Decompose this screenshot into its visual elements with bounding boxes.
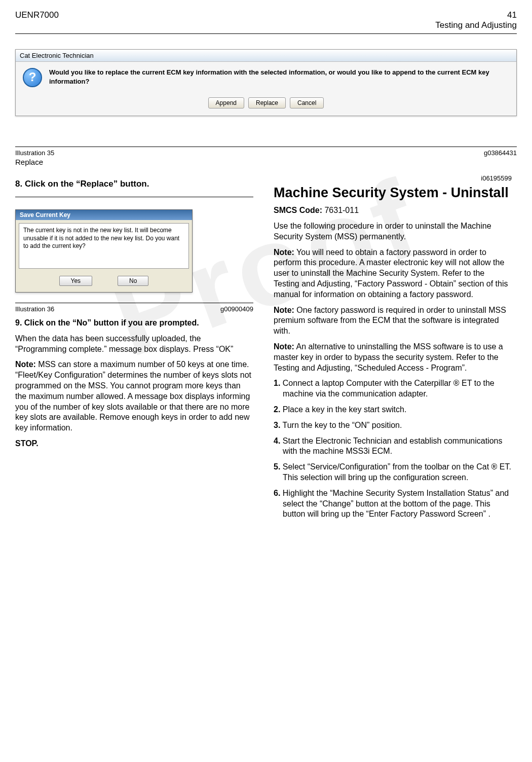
step-num: 5. xyxy=(274,462,280,471)
note-body: You will need to obtain a factory passwo… xyxy=(274,248,508,299)
article-id: i06195599 xyxy=(274,174,512,182)
illustration-36-caption: Illustration 36 g00900409 xyxy=(15,303,253,313)
note-label: Note: xyxy=(274,306,294,314)
step-num: 2. xyxy=(274,405,280,414)
note-alternative: Note: An alternative to uninstalling the… xyxy=(274,342,512,373)
small-dialog-body: The current key is not in the new key li… xyxy=(19,223,189,269)
intro-paragraph: Use the following procedure in order to … xyxy=(274,221,512,242)
illustration-id: g03864431 xyxy=(484,149,517,157)
section-title: Machine Security System - Uninstall xyxy=(274,185,512,201)
small-dialog-button-row: Yes No xyxy=(16,272,192,292)
step-4: 4. Start the Electronic Technician and e… xyxy=(274,436,512,457)
cancel-button[interactable]: Cancel xyxy=(290,97,324,108)
step-5: 5. Select “Service/Configuration” from t… xyxy=(274,462,512,483)
note-label: Note: xyxy=(274,248,294,257)
step-text: Select “Service/Configuration” from the … xyxy=(280,462,511,482)
question-icon xyxy=(23,68,42,87)
step-2: 2. Place a key in the key start switch. xyxy=(274,405,512,415)
note-label: Note: xyxy=(274,342,294,351)
procedure-steps: 1. Connect a laptop Computer with the Ca… xyxy=(274,378,512,520)
left-column: 8. Click on the “Replace” button. Save C… xyxy=(15,174,253,525)
paragraph-programming-complete: When the data has been successfully uplo… xyxy=(15,334,253,355)
step-3: 3. Turn the key to the “ON” position. xyxy=(274,420,512,431)
step-num: 1. xyxy=(274,379,280,387)
stop-label: STOP. xyxy=(15,439,253,449)
step-num: 6. xyxy=(274,489,280,497)
illustration-id: g00900409 xyxy=(220,305,253,313)
note-one-password: Note: One factory password is required i… xyxy=(274,305,512,337)
smcs-value: 7631-011 xyxy=(322,206,359,214)
header-left: UENR7000 xyxy=(15,10,59,30)
step-9: 9. Click on the “No” button if you are p… xyxy=(15,318,253,329)
step-num: 3. xyxy=(274,421,280,429)
no-button[interactable]: No xyxy=(118,276,148,286)
smcs-label: SMCS Code: xyxy=(274,206,322,214)
step-text: Highlight the “Machine Security System I… xyxy=(280,489,509,519)
step-1: 1. Connect a laptop Computer with the Ca… xyxy=(274,378,512,400)
step-num: 4. xyxy=(274,437,280,445)
illustration-title: Replace xyxy=(15,158,517,166)
dialog-message: Would you like to replace the current EC… xyxy=(49,68,509,86)
illustration-label: Illustration 36 xyxy=(15,305,54,313)
step-text: Start the Electronic Technician and esta… xyxy=(280,437,502,456)
header-page-number: 41 xyxy=(435,10,517,20)
step-text: Turn the key to the “ON” position. xyxy=(280,421,402,429)
append-button[interactable]: Append xyxy=(208,97,244,108)
illustration-label: Illustration 35 xyxy=(15,149,54,157)
note-factory-password: Note: You will need to obtain a factory … xyxy=(274,247,512,300)
note-label: Note: xyxy=(15,360,36,369)
right-column: i06195599 Machine Security System - Unin… xyxy=(274,174,512,525)
header-rule xyxy=(15,33,517,34)
smcs-code: SMCS Code: 7631-011 xyxy=(274,206,512,215)
dialog-button-row: Append Replace Cancel xyxy=(16,93,516,116)
page-header: UENR7000 41 Testing and Adjusting xyxy=(15,10,517,30)
step-8: 8. Click on the “Replace” button. xyxy=(15,178,253,190)
yes-button[interactable]: Yes xyxy=(59,276,93,286)
stop-text: STOP. xyxy=(15,439,39,448)
dialog-replace-ecm: Cat Electronic Technician Would you like… xyxy=(15,49,517,116)
note-mss-keys: Note: MSS can store a maximum number of … xyxy=(15,359,253,433)
dialog-save-current-key: Save Current Key The current key is not … xyxy=(15,209,193,293)
note-body: One factory password is required in orde… xyxy=(274,306,506,336)
step-text: Place a key in the key start switch. xyxy=(280,405,406,414)
note-body: An alternative to uninstalling the MSS s… xyxy=(274,342,503,372)
step-8-text: 8. Click on the “Replace” button. xyxy=(15,179,149,189)
step-9-text: 9. Click on the “No” button if you are p… xyxy=(15,318,199,327)
dialog-title-bar: Cat Electronic Technician xyxy=(16,50,516,62)
step-6: 6. Highlight the “Machine Security Syste… xyxy=(274,488,512,520)
small-dialog-title: Save Current Key xyxy=(16,210,192,220)
header-section: Testing and Adjusting xyxy=(435,20,517,30)
note-body: MSS can store a maximum number of 50 key… xyxy=(15,360,251,432)
illustration-35-caption: Illustration 35 g03864431 xyxy=(15,147,517,157)
step-text: Connect a laptop Computer with the Cater… xyxy=(280,379,494,398)
replace-button[interactable]: Replace xyxy=(248,97,286,108)
left-divider xyxy=(15,197,253,197)
